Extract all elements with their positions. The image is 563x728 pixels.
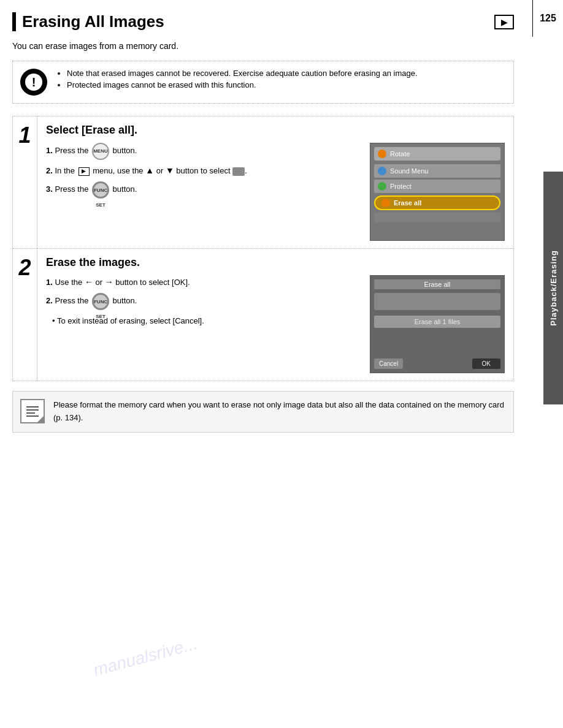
sidebar-label: Playback/Erasing: [549, 250, 558, 326]
page-number-bar: 125: [532, 0, 563, 37]
playback-mode-icon: ▶: [494, 15, 514, 29]
erase-screen-title: Erase all: [374, 279, 500, 289]
step-1-title: Select [Erase all].: [46, 124, 505, 137]
warning-box: ! Note that erased images cannot be reco…: [12, 61, 514, 104]
note-icon: [20, 399, 45, 423]
steps-container: 1 Select [Erase all]. 1. Press the MENU …: [12, 116, 514, 381]
func-set-button-icon: FUNC SET: [92, 181, 109, 199]
step-1-body: 1. Press the MENU button. 2. In the ▶ me…: [46, 143, 505, 241]
page-header: Erasing All Images ▶: [12, 12, 514, 31]
erase-cancel-button[interactable]: Cancel: [374, 358, 403, 369]
erase-ok-button[interactable]: OK: [472, 358, 500, 369]
menu-icon-erase: [381, 199, 390, 207]
step-2-content: Erase the images. 1. Use the ← or → butt…: [37, 249, 513, 381]
note-line-3: [26, 412, 35, 414]
menu-button-icon: MENU: [92, 143, 109, 160]
arrow-left-icon: ←: [85, 277, 93, 287]
step-2-instructions: 1. Use the ← or → button to select [OK].…: [46, 275, 360, 328]
bottom-note-text: Please format the memory card when you w…: [53, 399, 506, 425]
warning-bullet-1: Note that erased images cannot be recove…: [67, 69, 418, 78]
erase-option-files: Erase all 1 files: [374, 316, 500, 328]
menu-icon-rotate: [378, 150, 386, 158]
sidebar-tab: Playback/Erasing: [543, 172, 563, 404]
menu-item-rotate-label: Rotate: [390, 150, 410, 157]
note-icon-fold: [37, 416, 44, 422]
menu-icon-protect: [378, 182, 386, 191]
warning-icon-outer: !: [20, 69, 47, 96]
step-2-body: 1. Use the ← or → button to select [OK].…: [46, 275, 505, 373]
step-1-instr-3: 3. Press the FUNC SET button.: [46, 181, 360, 199]
page-title: Erasing All Images: [22, 12, 164, 31]
note-line-1: [26, 406, 39, 408]
menu-item-sound-label: Sound Menu: [390, 167, 428, 175]
menu-item-erase-label: Erase all: [394, 199, 421, 207]
menu-item-protect-label: Protect: [390, 183, 412, 190]
note-icon-lines: [26, 406, 39, 417]
note-line-4: [26, 415, 39, 417]
func-set-button-2-icon: FUNC SET: [92, 293, 109, 310]
erase-screen: Erase all Erase all 1 files Cancel OK: [370, 276, 504, 373]
page-number: 125: [540, 13, 556, 24]
step-1-number: 1: [13, 116, 37, 248]
step-2-title: Erase the images.: [46, 256, 505, 269]
step-2-note: • To exit instead of erasing, select [Ca…: [46, 315, 360, 328]
menu-item-protect: Protect: [374, 180, 500, 193]
menu-header-row: Rotate: [374, 147, 500, 161]
menu-item-extra: [374, 213, 500, 222]
step-1-screen: Rotate Sound Menu Protect: [370, 143, 505, 241]
erase-bottom-bar: Cancel OK: [374, 358, 500, 369]
main-content: Erasing All Images ▶ You can erase image…: [0, 0, 532, 728]
erase-all-mini-icon: [232, 167, 245, 176]
arrow-up-icon: ▲: [145, 165, 154, 175]
watermark: manualsrive...: [91, 634, 200, 680]
step-2-number: 2: [13, 249, 37, 381]
step-1: 1 Select [Erase all]. 1. Press the MENU …: [13, 116, 513, 249]
step-1-instr-1: 1. Press the MENU button.: [46, 143, 360, 160]
menu-icon-sound: [378, 167, 386, 175]
warning-icon-inner: !: [25, 74, 42, 91]
intro-text: You can erase images from a memory card.: [12, 41, 514, 51]
step-2-instr-1: 1. Use the ← or → button to select [OK].: [46, 275, 360, 289]
warning-exclaim-mark: !: [32, 75, 36, 89]
menu-item-sound: Sound Menu: [374, 164, 500, 178]
arrow-right-icon: →: [105, 277, 113, 287]
step-2-screen: Erase all Erase all 1 files Cancel OK: [370, 275, 505, 373]
step-2-instr-2: 2. Press the FUNC SET button.: [46, 293, 360, 310]
menu-screen: Rotate Sound Menu Protect: [370, 143, 504, 240]
step-1-instructions: 1. Press the MENU button. 2. In the ▶ me…: [46, 143, 360, 202]
menu-item-erase-all-selected: Erase all: [374, 195, 500, 210]
step-2: 2 Erase the images. 1. Use the ← or → bu…: [13, 249, 513, 381]
erase-option-empty: [374, 293, 500, 310]
step-1-instr-2: 2. In the ▶ menu, use the ▲ or ▼ button …: [46, 164, 360, 178]
warning-icon: !: [20, 69, 47, 96]
warning-bullet-2: Protected images cannot be erased with t…: [67, 80, 418, 89]
arrow-down-icon: ▼: [166, 165, 174, 175]
note-box: Please format the memory card when you w…: [12, 391, 514, 433]
note-line-2: [26, 409, 39, 411]
playback-inline-icon: ▶: [79, 167, 90, 176]
warning-text: Note that erased images cannot be recove…: [56, 69, 418, 92]
step-1-content: Select [Erase all]. 1. Press the MENU bu…: [37, 116, 513, 248]
